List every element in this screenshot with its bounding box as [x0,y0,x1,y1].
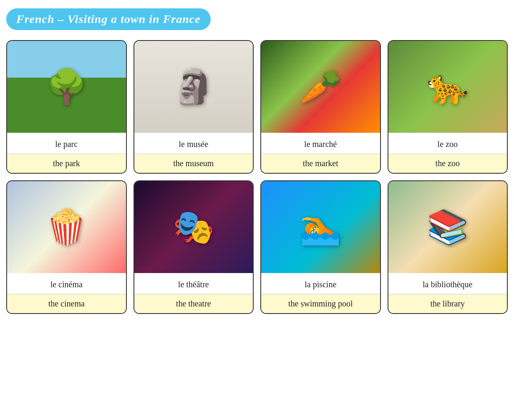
card-zoo: 🐆 le zoo the zoo [388,40,508,174]
card-english-zoo: the zoo [388,154,507,173]
card-market: 🥕 le marché the market [260,40,381,174]
card-english-park: the park [7,154,126,173]
card-english-library: the library [388,294,507,313]
card-image-pool: 🏊 [261,181,380,273]
card-image-library: 📚 [388,181,507,273]
card-image-park: 🌳 [7,41,126,133]
card-park: 🌳 le parc the park [6,40,127,174]
card-french-zoo: le zoo [388,133,507,154]
card-french-cinema: le cinéma [7,273,126,294]
card-french-pool: la piscine [261,273,380,294]
card-french-market: le marché [261,133,380,154]
card-image-museum: 🗿 [134,41,253,133]
card-cinema: 🍿 le cinéma the cinema [6,180,127,314]
card-image-market: 🥕 [261,41,380,133]
card-library: 📚 la bibliothèque the library [388,180,508,314]
card-english-theatre: the theatre [134,294,253,313]
title-badge: French – Visiting a town in France [6,8,211,30]
card-museum: 🗿 le musée the museum [134,40,254,174]
card-grid: 🌳 le parc the park 🗿 le musée the museum… [6,40,508,314]
page-title: French – Visiting a town in France [16,13,201,25]
card-french-theatre: le théâtre [134,273,253,294]
card-english-pool: the swimming pool [261,294,380,313]
card-image-theatre: 🎭 [134,181,253,273]
card-french-library: la bibliothèque [388,273,507,294]
card-image-zoo: 🐆 [388,41,507,133]
card-english-cinema: the cinema [7,294,126,313]
card-theatre: 🎭 le théâtre the theatre [134,180,254,314]
card-image-cinema: 🍿 [7,181,126,273]
card-english-market: the market [261,154,380,173]
card-french-museum: le musée [134,133,253,154]
card-pool: 🏊 la piscine the swimming pool [260,180,381,314]
card-french-park: le parc [7,133,126,154]
card-english-museum: the museum [134,154,253,173]
